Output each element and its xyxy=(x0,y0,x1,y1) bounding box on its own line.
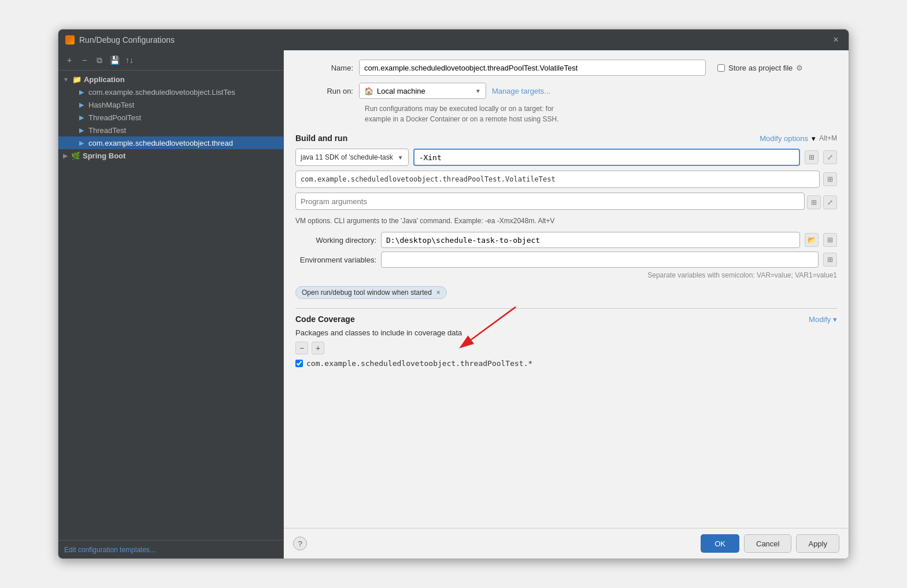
save-config-button[interactable]: 💾 xyxy=(108,54,121,66)
coverage-item-row: com.example.scheduledlovetoobject.thread… xyxy=(295,358,837,369)
close-button[interactable]: × xyxy=(830,34,842,46)
store-project-checkbox[interactable] xyxy=(717,64,725,72)
vm-options-expand-btn[interactable]: ⊞ xyxy=(805,150,819,164)
modify-options-link[interactable]: Modify options xyxy=(760,134,808,143)
section-divider xyxy=(295,308,837,309)
cancel-button[interactable]: Cancel xyxy=(744,534,791,553)
remove-config-button[interactable]: − xyxy=(78,54,91,66)
hint-line2: example in a Docker Container or on a re… xyxy=(365,115,559,123)
tree-item-label: ThreadTest xyxy=(88,126,126,135)
build-run-header: Build and run Modify options ▾ Alt+M xyxy=(295,134,837,143)
build-run-row: java 11 SDK of 'schedule-task ▼ ⊞ ⤢ xyxy=(295,149,837,166)
expand-arrow: ▶ xyxy=(63,153,68,159)
help-button[interactable]: ? xyxy=(293,537,307,550)
config-toolbar: + − ⧉ 💾 ↑↓ xyxy=(58,50,283,71)
open-tool-window-label: Open run/debug tool window when started xyxy=(302,289,432,297)
tree-item-label: ThreadPoolTest xyxy=(88,113,141,122)
right-panel: Name: Store as project file ⚙ Run on: 🏠 … xyxy=(284,50,849,559)
tree-item-label: com.example.scheduledlovetoobject.ListTe… xyxy=(88,88,235,97)
config-file-icon: ▶ xyxy=(77,138,86,147)
coverage-item-checkbox[interactable] xyxy=(295,360,303,367)
tree-group-spring-boot[interactable]: ▶ 🌿 Spring Boot xyxy=(58,149,283,162)
spring-boot-label: Spring Boot xyxy=(83,151,125,160)
main-class-expand-btn[interactable]: ⊞ xyxy=(823,172,837,186)
java-sdk-select[interactable]: java 11 SDK of 'schedule-task ▼ xyxy=(295,149,409,166)
manage-targets-link[interactable]: Manage targets... xyxy=(492,87,550,95)
tag-close-btn[interactable]: × xyxy=(436,289,440,297)
sep-hint: Separate variables with semicolon: VAR=v… xyxy=(295,271,837,279)
edit-templates-link[interactable]: Edit configuration templates... xyxy=(64,546,156,554)
tree-item-hashmap[interactable]: ▶ HashMapTest xyxy=(58,98,283,111)
env-vars-expand-btn[interactable]: ⊞ xyxy=(823,253,837,267)
working-dir-label: Working directory: xyxy=(295,236,376,245)
left-panel: + − ⧉ 💾 ↑↓ ▼ 📁 Application ▶ com.example… xyxy=(58,50,284,559)
coverage-modify-link[interactable]: Modify ▾ xyxy=(809,315,837,324)
dialog-title: Run/Debug Configurations xyxy=(79,35,825,45)
ok-button[interactable]: OK xyxy=(701,534,739,553)
vm-hint: VM options. CLI arguments to the 'Java' … xyxy=(295,217,837,225)
run-on-select[interactable]: 🏠 Local machine ▼ xyxy=(359,83,486,99)
vm-options-fullscreen-btn[interactable]: ⤢ xyxy=(823,150,837,164)
tree-group-application[interactable]: ▼ 📁 Application xyxy=(58,73,283,86)
tag-row: Open run/debug tool window when started … xyxy=(295,286,837,299)
apply-button[interactable]: Apply xyxy=(796,534,839,553)
tree-item-thread[interactable]: ▶ ThreadTest xyxy=(58,124,283,136)
java-sdk-label: java 11 SDK of 'schedule-task xyxy=(301,153,393,161)
copy-config-button[interactable]: ⧉ xyxy=(93,54,106,66)
tree-item-volatile[interactable]: ▶ com.example.scheduledlovetoobject.thre… xyxy=(58,136,283,149)
main-class-input[interactable] xyxy=(295,171,820,188)
name-input[interactable] xyxy=(359,60,706,76)
working-dir-folder-btn[interactable]: 📂 xyxy=(805,233,819,247)
modify-options-shortcut: Alt+M xyxy=(819,134,837,142)
main-class-row: ⊞ xyxy=(295,171,837,188)
program-args-row: ⊞ ⤢ xyxy=(295,193,837,212)
code-coverage-title: Code Coverage xyxy=(295,315,355,324)
expand-arrow: ▼ xyxy=(63,76,69,83)
hint-line1: Run configurations may be executed local… xyxy=(365,105,554,113)
coverage-item-text: com.example.scheduledlovetoobject.thread… xyxy=(306,359,532,368)
coverage-remove-btn[interactable]: − xyxy=(295,342,308,354)
tree-item-label: HashMapTest xyxy=(88,101,134,109)
tree-item-list-test[interactable]: ▶ com.example.scheduledlovetoobject.List… xyxy=(58,86,283,98)
program-args-fullscreen-btn[interactable]: ⤢ xyxy=(823,195,837,209)
store-project-label: Store as project file xyxy=(728,64,793,72)
coverage-subtitle: Packages and classes to include in cover… xyxy=(295,328,837,337)
coverage-add-btn[interactable]: + xyxy=(312,342,324,354)
modify-dropdown-icon: ▾ xyxy=(833,315,837,324)
config-file-icon: ▶ xyxy=(77,100,86,109)
tree-item-label: com.example.scheduledlovetoobject.thread xyxy=(88,139,233,147)
run-debug-dialog: Run/Debug Configurations × + − ⧉ 💾 ↑↓ ▼ … xyxy=(58,29,849,559)
name-row: Name: Store as project file ⚙ xyxy=(295,60,837,76)
gear-icon[interactable]: ⚙ xyxy=(796,64,803,72)
section-actions: Modify options ▾ Alt+M xyxy=(760,134,837,143)
home-icon: 🏠 xyxy=(364,87,373,95)
run-on-row: Run on: 🏠 Local machine ▼ Manage targets… xyxy=(295,83,837,99)
build-run-title: Build and run xyxy=(295,134,347,143)
program-args-input[interactable] xyxy=(295,193,805,210)
working-dir-row: Working directory: 📂 ⊞ xyxy=(295,232,837,248)
folder-icon: 📁 xyxy=(72,75,82,84)
config-file-icon: ▶ xyxy=(77,87,86,97)
add-config-button[interactable]: + xyxy=(63,54,76,66)
working-dir-expand-btn[interactable]: ⊞ xyxy=(823,233,837,247)
program-args-expand-btn[interactable]: ⊞ xyxy=(807,195,821,209)
dropdown-arrow-icon: ▼ xyxy=(475,88,481,94)
app-icon xyxy=(65,35,75,45)
name-label: Name: xyxy=(295,64,353,72)
working-dir-input[interactable] xyxy=(381,232,800,248)
code-coverage-header: Code Coverage Modify ▾ xyxy=(295,315,837,324)
bottom-bar: ? OK Cancel Apply xyxy=(284,528,849,559)
sdk-dropdown-arrow: ▼ xyxy=(398,154,403,161)
tree-item-threadpool[interactable]: ▶ ThreadPoolTest xyxy=(58,111,283,124)
vm-options-input[interactable] xyxy=(413,149,800,166)
config-file-icon: ▶ xyxy=(77,113,86,122)
sort-button[interactable]: ↑↓ xyxy=(123,54,136,66)
modify-options-arrow-icon: ▾ xyxy=(812,134,816,143)
run-on-value: Local machine xyxy=(377,87,425,95)
store-project-row: Store as project file ⚙ xyxy=(717,64,803,72)
left-footer: Edit configuration templates... xyxy=(58,540,283,559)
config-tree: ▼ 📁 Application ▶ com.example.scheduledl… xyxy=(58,71,283,540)
coverage-toolbar: − + xyxy=(295,342,837,354)
env-vars-input[interactable] xyxy=(381,252,819,268)
main-content: + − ⧉ 💾 ↑↓ ▼ 📁 Application ▶ com.example… xyxy=(58,50,849,559)
